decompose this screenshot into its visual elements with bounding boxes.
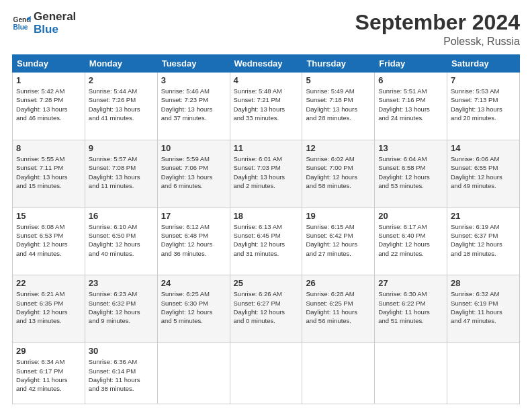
- cell-info: Daylight: 11 hours: [16, 375, 81, 384]
- cell-info: and 58 minutes.: [306, 181, 371, 190]
- day-number: 8: [16, 143, 81, 153]
- day-number: 9: [89, 143, 154, 153]
- logo: General Blue General Blue: [12, 11, 76, 36]
- cell-info: Sunrise: 5:55 AM: [16, 154, 81, 163]
- cell-info: and 38 minutes.: [89, 384, 154, 393]
- cell-info: Sunrise: 6:15 AM: [306, 222, 371, 231]
- calendar-cell: 15Sunrise: 6:08 AMSunset: 6:53 PMDayligh…: [13, 208, 85, 275]
- cell-info: Daylight: 13 hours: [89, 173, 154, 181]
- cell-info: Daylight: 12 hours: [89, 308, 154, 316]
- cell-info: Sunset: 6:27 PM: [234, 299, 299, 308]
- calendar-header-saturday: Saturday: [447, 55, 520, 73]
- calendar-cell: [157, 343, 230, 404]
- cell-info: Sunset: 6:17 PM: [16, 367, 81, 375]
- cell-info: and 36 minutes.: [161, 249, 226, 258]
- calendar-cell: [302, 343, 375, 404]
- day-number: 6: [378, 75, 443, 85]
- day-number: 28: [451, 278, 516, 288]
- cell-info: and 31 minutes.: [234, 249, 299, 258]
- location: Polessk, Russia: [355, 36, 520, 48]
- calendar-week-2: 8Sunrise: 5:55 AMSunset: 7:11 PMDaylight…: [13, 140, 520, 208]
- calendar-cell: 5Sunrise: 5:49 AMSunset: 7:18 PMDaylight…: [302, 73, 375, 140]
- calendar-cell: 1Sunrise: 5:42 AMSunset: 7:28 PMDaylight…: [13, 73, 85, 140]
- cell-info: and 40 minutes.: [89, 249, 154, 258]
- svg-text:Blue: Blue: [13, 24, 28, 31]
- cell-info: Sunrise: 5:44 AM: [89, 87, 154, 95]
- cell-info: and 13 minutes.: [16, 316, 81, 325]
- cell-info: Daylight: 11 hours: [378, 308, 443, 316]
- cell-info: Daylight: 13 hours: [306, 105, 371, 113]
- cell-info: Sunrise: 6:26 AM: [234, 289, 299, 298]
- day-number: 20: [378, 211, 443, 221]
- svg-text:General: General: [13, 16, 31, 24]
- calendar-cell: 30Sunrise: 6:36 AMSunset: 6:14 PMDayligh…: [85, 343, 157, 404]
- cell-info: Sunrise: 6:19 AM: [451, 222, 516, 231]
- cell-info: Daylight: 12 hours: [306, 240, 371, 248]
- cell-info: Sunset: 7:18 PM: [306, 95, 371, 104]
- cell-info: Daylight: 12 hours: [451, 240, 516, 248]
- cell-info: and 22 minutes.: [378, 249, 443, 258]
- cell-info: Sunset: 6:55 PM: [451, 163, 516, 172]
- cell-info: Sunrise: 6:30 AM: [378, 289, 443, 298]
- calendar-header-row: SundayMondayTuesdayWednesdayThursdayFrid…: [13, 55, 520, 73]
- cell-info: Sunrise: 6:06 AM: [451, 154, 516, 163]
- cell-info: Sunrise: 6:21 AM: [16, 289, 81, 298]
- cell-info: Sunrise: 6:25 AM: [161, 289, 226, 298]
- day-number: 29: [16, 346, 81, 356]
- calendar-cell: 10Sunrise: 5:59 AMSunset: 7:06 PMDayligh…: [157, 140, 230, 208]
- calendar-cell: 24Sunrise: 6:25 AMSunset: 6:30 PMDayligh…: [157, 275, 230, 343]
- cell-info: Sunrise: 6:04 AM: [378, 154, 443, 163]
- calendar-cell: 9Sunrise: 5:57 AMSunset: 7:08 PMDaylight…: [85, 140, 157, 208]
- cell-info: Sunrise: 5:46 AM: [161, 87, 226, 95]
- calendar-cell: [447, 343, 520, 404]
- day-number: 22: [16, 278, 81, 288]
- calendar-cell: 13Sunrise: 6:04 AMSunset: 6:58 PMDayligh…: [375, 140, 447, 208]
- calendar-cell: 18Sunrise: 6:13 AMSunset: 6:45 PMDayligh…: [230, 208, 302, 275]
- cell-info: Sunset: 7:13 PM: [451, 95, 516, 104]
- cell-info: Sunset: 7:06 PM: [161, 163, 226, 172]
- calendar-week-1: 1Sunrise: 5:42 AMSunset: 7:28 PMDaylight…: [13, 73, 520, 140]
- cell-info: Daylight: 12 hours: [16, 308, 81, 316]
- day-number: 10: [161, 143, 226, 153]
- logo-blue: Blue: [34, 24, 76, 36]
- cell-info: Sunrise: 6:17 AM: [378, 222, 443, 231]
- cell-info: Sunset: 6:32 PM: [89, 299, 154, 308]
- logo-general: General: [34, 11, 76, 24]
- cell-info: Sunrise: 6:34 AM: [16, 357, 81, 366]
- cell-info: Sunrise: 6:08 AM: [16, 222, 81, 231]
- cell-info: Sunset: 6:45 PM: [234, 231, 299, 240]
- cell-info: Sunset: 7:26 PM: [89, 95, 154, 104]
- cell-info: Sunset: 6:22 PM: [378, 299, 443, 308]
- title-block: September 2024 Polessk, Russia: [355, 11, 520, 48]
- cell-info: Sunrise: 6:13 AM: [234, 222, 299, 231]
- cell-info: Sunset: 7:08 PM: [89, 163, 154, 172]
- cell-info: Daylight: 12 hours: [16, 240, 81, 248]
- cell-info: Sunrise: 6:23 AM: [89, 289, 154, 298]
- page: General Blue General Blue September 2024…: [0, 0, 532, 411]
- cell-info: and 11 minutes.: [89, 181, 154, 190]
- day-number: 11: [234, 143, 299, 153]
- cell-info: Sunrise: 5:51 AM: [378, 87, 443, 95]
- cell-info: Sunrise: 6:32 AM: [451, 289, 516, 298]
- cell-info: and 6 minutes.: [161, 181, 226, 190]
- day-number: 5: [306, 75, 371, 85]
- day-number: 13: [378, 143, 443, 153]
- cell-info: and 2 minutes.: [234, 181, 299, 190]
- calendar-header-friday: Friday: [375, 55, 447, 73]
- cell-info: Sunrise: 5:42 AM: [16, 87, 81, 95]
- cell-info: and 28 minutes.: [306, 113, 371, 122]
- cell-info: Sunset: 7:11 PM: [16, 163, 81, 172]
- day-number: 24: [161, 278, 226, 288]
- cell-info: and 24 minutes.: [378, 113, 443, 122]
- day-number: 1: [16, 75, 81, 85]
- cell-info: Sunrise: 6:02 AM: [306, 154, 371, 163]
- day-number: 2: [89, 75, 154, 85]
- calendar-header-wednesday: Wednesday: [230, 55, 302, 73]
- cell-info: Sunset: 7:03 PM: [234, 163, 299, 172]
- cell-info: Sunset: 7:28 PM: [16, 95, 81, 104]
- cell-info: Sunset: 6:19 PM: [451, 299, 516, 308]
- calendar-cell: 11Sunrise: 6:01 AMSunset: 7:03 PMDayligh…: [230, 140, 302, 208]
- cell-info: and 15 minutes.: [16, 181, 81, 190]
- calendar-cell: 29Sunrise: 6:34 AMSunset: 6:17 PMDayligh…: [13, 343, 85, 404]
- cell-info: Sunset: 6:35 PM: [16, 299, 81, 308]
